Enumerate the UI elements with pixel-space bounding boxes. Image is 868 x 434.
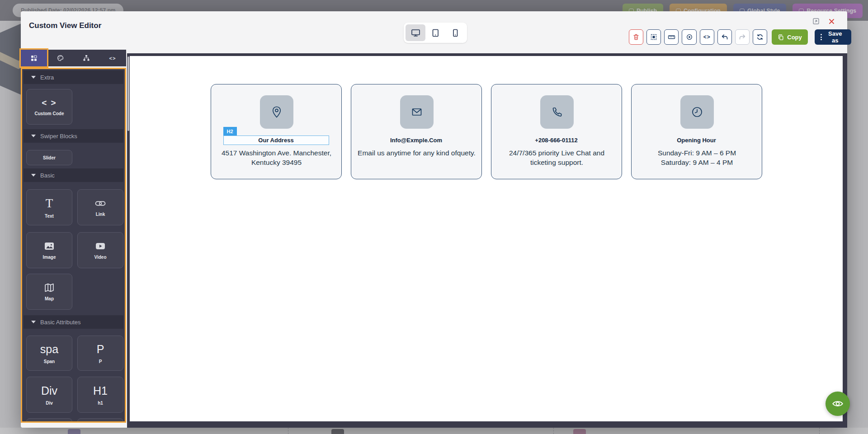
section-header-swiper-blocks[interactable]: Swiper Blocks	[24, 129, 123, 143]
modal-title: Custom View Editor	[29, 21, 101, 30]
card-body-line: 4517 Washington Ave. Manchester,	[216, 148, 338, 158]
chevron-down-icon	[31, 76, 36, 79]
refresh-button[interactable]	[753, 29, 767, 45]
refresh-icon	[756, 33, 764, 41]
card-body-line: Saturday: 9 AM – 4 PM	[636, 158, 758, 167]
ruler-button[interactable]	[664, 29, 679, 45]
div-glyph: Div	[41, 384, 57, 397]
copy-label: Copy	[787, 34, 802, 41]
marquee-select-icon	[650, 33, 657, 41]
sitemap-icon	[83, 55, 90, 61]
widgets-panel: Extra < > Custom Code Swiper Blocks Slid…	[21, 68, 126, 423]
expand-button[interactable]	[812, 17, 820, 25]
sidebar-tab-widgets[interactable]	[21, 50, 47, 66]
trash-icon	[632, 33, 640, 41]
widget-tile-text[interactable]: T Text	[26, 189, 72, 225]
delete-button[interactable]	[629, 29, 643, 45]
widget-tile-custom-code[interactable]: < > Custom Code	[26, 89, 72, 125]
save-as-button[interactable]: Save as	[815, 29, 851, 45]
mobile-icon	[451, 28, 460, 37]
widget-tile-partial[interactable]	[77, 418, 123, 423]
card-icon-box	[260, 95, 293, 129]
card-heading[interactable]: +208-666-01112	[504, 135, 609, 145]
widget-tile-h1[interactable]: H1 h1	[77, 377, 123, 413]
card-body[interactable]: 4517 Washington Ave. Manchester, Kentuck…	[216, 148, 338, 167]
section-header-basic-attributes[interactable]: Basic Attributes	[24, 315, 123, 329]
preview-fab-button[interactable]	[826, 392, 850, 416]
close-icon	[828, 18, 835, 25]
widget-tile-div[interactable]: Div Div	[26, 377, 72, 413]
tile-label: Div	[46, 401, 53, 406]
card-heading-selected[interactable]: Our Address	[223, 135, 329, 145]
undo-button[interactable]	[717, 29, 732, 45]
close-button[interactable]	[827, 17, 835, 25]
code-button[interactable]: <>	[700, 29, 714, 45]
widget-tile-partial[interactable]	[26, 418, 72, 423]
code-icon: <>	[703, 34, 711, 40]
device-desktop-button[interactable]	[406, 24, 425, 41]
section-header-extra[interactable]: Extra	[24, 70, 123, 84]
card-address[interactable]: H2 Our Address 4517 Washington Ave. Manc…	[211, 84, 342, 179]
tile-label: Image	[43, 255, 56, 260]
tile-label: h1	[98, 401, 103, 406]
sidebar-scrollbar[interactable]	[127, 56, 129, 131]
widget-tile-image[interactable]: Image	[26, 232, 72, 268]
card-heading[interactable]: Opening Hour	[644, 135, 750, 145]
section-title: Extra	[40, 74, 54, 81]
widget-tile-p[interactable]: P P	[77, 336, 123, 371]
ruler-icon	[668, 33, 675, 41]
sidebar-tab-styles[interactable]	[47, 50, 73, 66]
tile-label: Span	[44, 359, 55, 364]
tile-label: Custom Code	[35, 111, 64, 116]
card-body[interactable]: Sunday-Fri: 9 AM – 6 PM Saturday: 9 AM –…	[636, 148, 758, 167]
copy-icon	[778, 34, 784, 41]
preview-button[interactable]	[682, 29, 696, 45]
chevron-down-icon	[31, 321, 36, 323]
card-email[interactable]: Info@Exmple.Com Email us anytime for any…	[351, 84, 482, 179]
card-opening-hour[interactable]: Opening Hour Sunday-Fri: 9 AM – 6 PM Sat…	[631, 84, 762, 179]
device-tablet-button[interactable]	[425, 24, 445, 41]
card-body[interactable]: Email us anytime for any kind ofquety.	[356, 148, 478, 158]
text-icon: T	[46, 196, 53, 210]
sidebar-tab-structure[interactable]	[73, 50, 99, 66]
widget-tile-map[interactable]: Map	[26, 274, 72, 310]
map-icon	[44, 282, 55, 293]
envelope-icon	[410, 105, 424, 119]
widget-tile-link[interactable]: Link	[77, 189, 123, 225]
image-icon	[44, 241, 55, 252]
widget-tile-span[interactable]: spa Span	[26, 336, 72, 371]
card-body[interactable]: 24/7/365 priority Live Chat and ticketin…	[496, 148, 618, 167]
editor-toolbar: <> Copy	[629, 29, 851, 45]
contact-cards-row: H2 Our Address 4517 Washington Ave. Manc…	[130, 84, 843, 179]
section-title: Swiper Blocks	[40, 133, 77, 140]
selection-tag-h2: H2	[223, 127, 237, 135]
widget-tile-slider[interactable]: Slider	[26, 150, 72, 165]
sidebar-tab-code[interactable]: <>	[99, 50, 126, 66]
redo-button[interactable]	[735, 29, 750, 45]
section-title: Basic Attributes	[40, 319, 81, 326]
device-mobile-button[interactable]	[445, 24, 465, 41]
preview-eye-icon	[686, 33, 693, 41]
card-heading[interactable]: Info@Exmple.Com	[363, 135, 469, 145]
location-pin-icon	[269, 105, 284, 119]
card-icon-box	[540, 95, 574, 129]
card-icon-box	[400, 95, 434, 129]
card-phone[interactable]: +208-666-01112 24/7/365 priority Live Ch…	[491, 84, 622, 179]
card-body-line: Kentucky 39495	[216, 158, 338, 167]
video-icon	[95, 241, 106, 252]
tablet-icon	[431, 28, 440, 37]
select-all-button[interactable]	[646, 29, 661, 45]
custom-view-editor-modal: Custom View Editor	[21, 11, 847, 428]
editor-canvas[interactable]: H2 Our Address 4517 Washington Ave. Manc…	[130, 56, 843, 421]
card-body-line: Sunday-Fri: 9 AM – 6 PM	[636, 148, 758, 158]
p-glyph: P	[97, 343, 104, 356]
copy-button[interactable]: Copy	[772, 29, 808, 45]
code-brackets-icon: < >	[42, 98, 57, 108]
h1-glyph: H1	[93, 384, 108, 397]
expand-icon	[812, 18, 820, 25]
widget-tile-video[interactable]: Video	[77, 232, 123, 268]
section-header-basic[interactable]: Basic	[24, 168, 123, 182]
code-icon: <>	[109, 56, 116, 61]
undo-icon	[721, 33, 728, 41]
card-body-line: Email us anytime for any kind ofquety.	[356, 148, 478, 158]
